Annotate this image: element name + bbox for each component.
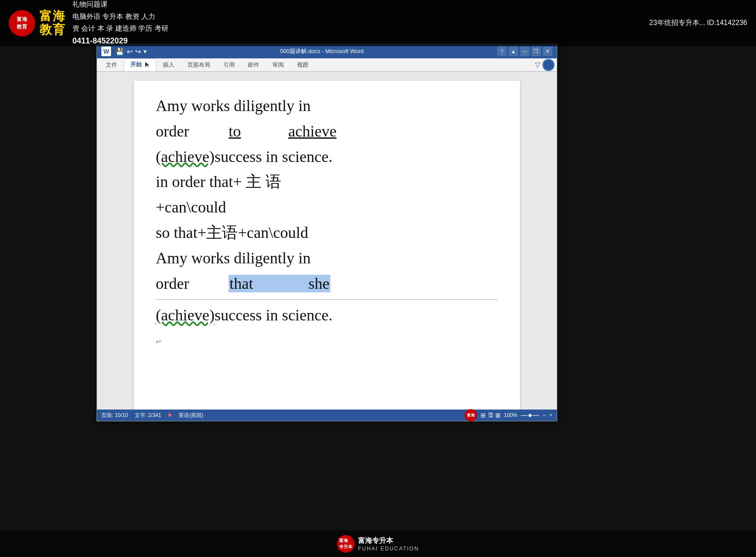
top-bar-right-info: 23年统招专升本... ID:14142236 — [649, 18, 747, 28]
doc-line-5: +can\could — [156, 195, 498, 220]
bottom-overlay: 富海专升本 富海专升本 FUHAI EDUCATION — [0, 531, 756, 557]
bottom-logo: 富海专升本 富海专升本 FUHAI EDUCATION — [337, 535, 419, 553]
doc-line-1: Amy works diligently in — [156, 94, 498, 119]
quick-redo-icon[interactable]: ↪ — [135, 47, 141, 56]
restore-button[interactable]: ❐ — [531, 47, 541, 56]
window-title: 500题讲解.docx - Microsoft Word — [280, 47, 363, 55]
svg-marker-0 — [145, 62, 149, 67]
title-bar-left: W 💾 ↩ ↪ ▾ — [101, 47, 147, 56]
logo-cn-text: 富海 教育 — [39, 10, 66, 37]
cursor-icon — [144, 61, 150, 68]
zoom-level[interactable]: 100% — [504, 412, 518, 418]
doc-line-9: (achieve)success in science. — [156, 303, 498, 328]
status-bar-right: 富海 ⊞ 🖺 ⊠ 100% —●— − + — [465, 409, 552, 421]
window-controls: ? ▲ ─ ❐ ✕ — [497, 47, 552, 56]
doc-line-7: Amy works diligently in — [156, 246, 498, 271]
word-window: W 💾 ↩ ↪ ▾ 500题讲解.docx - Microsoft Word ?… — [97, 44, 557, 421]
expand-icon[interactable]: ▽ — [535, 61, 540, 69]
quick-undo-icon[interactable]: ↩ — [127, 47, 133, 56]
quick-more-icon[interactable]: ▾ — [143, 48, 147, 55]
tab-review[interactable]: 审阅 — [266, 59, 290, 71]
status-icons: ⊞ 🖺 ⊠ — [480, 412, 501, 419]
doc-line-2: order to achieve — [156, 119, 498, 144]
tab-references[interactable]: 引用 — [217, 59, 241, 71]
doc-highlight-that-she: that she — [229, 275, 330, 292]
close-button[interactable]: ✕ — [543, 47, 552, 56]
doc-wavy-achieve2: (achieve) — [156, 306, 215, 324]
zoom-in-icon[interactable]: + — [549, 412, 552, 418]
tab-home[interactable]: 开始 — [124, 58, 156, 71]
doc-line-6: so that+主语+can\could — [156, 221, 498, 245]
status-fuhai-logo: 富海 — [465, 409, 477, 421]
zoom-out-icon[interactable]: − — [543, 412, 546, 418]
page-marker: ↵ — [156, 337, 498, 348]
ribbon: 文件 开始 插入 页面布局 引用 邮件 审阅 视图 ▽ — [97, 58, 557, 72]
tab-mailings[interactable]: 邮件 — [241, 59, 266, 71]
tab-view[interactable]: 视图 — [290, 59, 315, 71]
bottom-logo-sub-text: FUHAI EDUCATION — [358, 546, 419, 552]
logo-area: 富海教育 富海 教育 — [9, 10, 66, 37]
status-error-icon[interactable]: ✖ — [168, 412, 172, 418]
doc-line-3: (achieve)success in science. — [156, 145, 498, 169]
bottom-fuhai-logo-circle: 富海专升本 — [337, 535, 355, 553]
language-info[interactable]: 英语(美国) — [179, 412, 203, 419]
help-icon[interactable]: ? — [497, 47, 507, 56]
word-app-icon: W — [101, 47, 111, 56]
doc-wavy-achieve1: (achieve) — [156, 148, 215, 165]
tab-file[interactable]: 文件 — [99, 59, 124, 71]
doc-line-8: order that she — [156, 272, 498, 296]
top-menu: 礼物问题课 电脑外语 专升本 教资 人力 资 会计 本 录 建造师 学历 考研 … — [72, 0, 168, 48]
doc-area[interactable]: Amy works diligently in order to achieve… — [97, 72, 557, 410]
word-count: 文字: 2/341 — [135, 412, 161, 419]
status-bar: 页面: 10/10 文字: 2/341 ✖ 英语(美国) 富海 ⊞ 🖺 ⊠ 10… — [97, 410, 557, 421]
tab-page-layout[interactable]: 页面布局 — [181, 59, 217, 71]
minimize-button[interactable]: ─ — [520, 47, 530, 56]
ribbon-tabs: 文件 开始 插入 页面布局 引用 邮件 审阅 视图 ▽ — [97, 58, 557, 72]
doc-content: Amy works diligently in order to achieve… — [156, 94, 498, 348]
doc-line-4: in order that+ 主 语 — [156, 170, 498, 194]
zoom-slider-icon[interactable]: —●— — [521, 411, 539, 419]
page-info: 页面: 10/10 — [101, 412, 128, 419]
top-bar: 富海教育 富海 教育 礼物问题课 电脑外语 专升本 教资 人力 资 会计 本 录… — [0, 0, 756, 46]
ribbon-collapse-icon[interactable]: ▲ — [509, 47, 518, 56]
doc-underline-to: to — [229, 122, 241, 140]
tab-insert[interactable]: 插入 — [156, 59, 181, 71]
quick-save-icon[interactable]: 💾 — [115, 47, 124, 56]
doc-page: Amy works diligently in order to achieve… — [134, 81, 520, 410]
fuhai-logo: 富海教育 — [9, 10, 35, 36]
user-avatar — [542, 59, 555, 71]
doc-underline-achieve: achieve — [288, 122, 337, 140]
bottom-logo-main-text: 富海专升本 — [358, 536, 419, 546]
page-break-line — [156, 299, 498, 300]
